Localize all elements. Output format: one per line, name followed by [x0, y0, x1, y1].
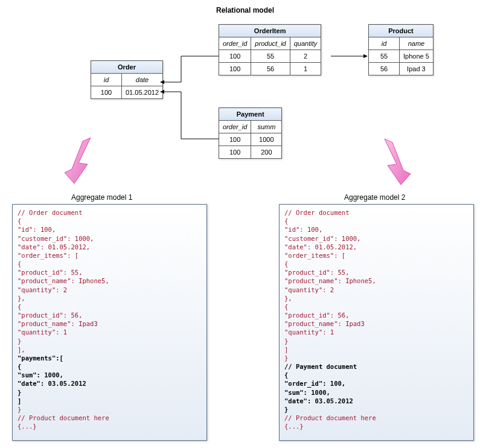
code-line: "quantity": 1 — [18, 328, 202, 336]
code-line: { — [284, 371, 469, 379]
code-line: "order_items": [ — [18, 251, 202, 260]
code-line: { — [18, 260, 202, 268]
table-product: Product idname 55Iphone 5 56Ipad 3 — [368, 24, 433, 75]
code-line: }, — [18, 294, 202, 302]
code-line: "product_name": Iphone5, — [284, 277, 469, 285]
code-line: ], — [18, 345, 202, 354]
table-orderitem: OrderItem order_idproduct_idquantity 100… — [219, 24, 321, 75]
code-line: "id": 100, — [18, 225, 202, 234]
code-line: "quantity": 1 — [284, 328, 469, 336]
code-line: } — [18, 388, 202, 397]
code-line: { — [284, 217, 469, 225]
table-order-header: Order — [91, 61, 163, 74]
code-line: "date": 01.05.2012, — [284, 243, 469, 251]
code-line: }, — [284, 294, 469, 302]
code-line: "product_name": Ipad3 — [18, 319, 202, 328]
code-line: "product_name": Ipad3 — [284, 319, 469, 328]
code-line: { — [18, 302, 202, 311]
code-line: ] — [18, 397, 202, 405]
code-line: "order_id": 100, — [284, 379, 469, 388]
big-arrow-left-icon — [63, 133, 106, 187]
title-aggregate-2: Aggregate model 2 — [344, 193, 405, 202]
code-line: "date": 01.05.2012, — [18, 243, 202, 251]
code-line: // Product document here — [284, 414, 469, 422]
arrow-payment-to-order — [161, 92, 219, 139]
code-line: "quantity": 2 — [284, 286, 469, 294]
code-line: "customer_id": 1000, — [18, 234, 202, 243]
code-line: } — [18, 337, 202, 345]
code-line: } — [18, 405, 202, 414]
code-line: "id": 100, — [284, 225, 469, 234]
code-line: "date": 03.05.2012 — [284, 397, 469, 405]
code-line: { — [18, 362, 202, 371]
table-orderitem-header: OrderItem — [219, 25, 321, 37]
code-line: ] — [284, 345, 469, 354]
code-line: {...} — [284, 422, 469, 430]
table-order: Order iddate 10001.05.2012 — [91, 60, 163, 99]
code-line: "order_items": [ — [284, 251, 469, 260]
code-line: "date": 03.05.2012 — [18, 379, 202, 388]
code-line: "sum": 1000, — [18, 371, 202, 379]
code-line: "product_id": 55, — [18, 268, 202, 277]
code-line: // Order document — [18, 208, 202, 217]
code-line: { — [284, 302, 469, 311]
code-line: { — [284, 260, 469, 268]
aggregate-model-1-box: // Order document{"id": 100,"customer_id… — [12, 204, 207, 441]
code-line: "sum": 1000, — [284, 388, 469, 397]
title-aggregate-1: Aggregate model 1 — [71, 193, 132, 202]
table-payment-header: Payment — [219, 108, 282, 121]
code-line: "quantity": 2 — [18, 286, 202, 294]
big-arrow-right-icon — [369, 134, 412, 188]
code-line: } — [284, 337, 469, 345]
code-line: "customer_id": 1000, — [284, 234, 469, 243]
title-relational-model: Relational model — [216, 6, 274, 14]
code-line: // Order document — [284, 208, 469, 217]
code-line: // Product document here — [18, 414, 202, 422]
code-line: "product_id": 56, — [284, 311, 469, 319]
code-line: {...} — [18, 422, 202, 430]
code-line: "product_id": 55, — [284, 268, 469, 277]
code-line: { — [18, 217, 202, 225]
code-line: "product_id": 56, — [18, 311, 202, 319]
table-payment: Payment order_idsumm 1001000 100200 — [219, 107, 282, 159]
code-line: } — [284, 354, 469, 362]
table-product-header: Product — [369, 25, 433, 37]
code-line: // Payment document — [284, 362, 469, 371]
code-line: "product_name": Iphone5, — [18, 277, 202, 285]
aggregate-model-2-box: // Order document{"id": 100,"customer_id… — [279, 204, 474, 441]
code-line: "payments":[ — [18, 354, 202, 362]
arrow-orderitem-to-order — [161, 56, 219, 82]
code-line: } — [284, 405, 469, 414]
